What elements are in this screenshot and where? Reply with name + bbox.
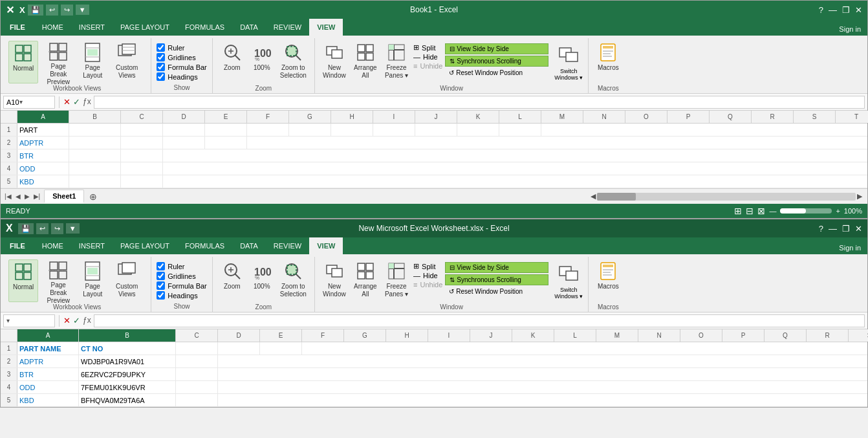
cell-C3-2[interactable] [176, 368, 218, 380]
cell-K1-1[interactable] [457, 124, 499, 136]
cell-C1-1[interactable] [121, 124, 163, 136]
sheet-nav-next-1[interactable]: ▶ [23, 192, 31, 201]
cell-E1-2[interactable] [260, 342, 302, 355]
gridlines-checkbox-1[interactable]: Gridlines [157, 53, 207, 61]
zoom-100-btn-2[interactable]: 100 % 100% [248, 259, 276, 302]
hide-item-1[interactable]: — Hide [413, 53, 442, 61]
signin-1[interactable]: Sign in [832, 23, 867, 36]
formula-bar-checkbox-1[interactable]: Formula Bar [157, 63, 207, 71]
cell-H1-1[interactable] [331, 124, 373, 136]
custom-views-btn-1[interactable]: Custom Views [108, 41, 146, 83]
tab-data-1[interactable]: DATA [232, 19, 266, 36]
ruler-checkbox-1[interactable]: Ruler [157, 43, 207, 52]
view-side-by-side-btn-2[interactable]: ⊟ View Side by Side [445, 262, 548, 273]
custom-views-btn-2[interactable]: Custom Views [108, 259, 146, 302]
cell-ref-box-2[interactable]: ▾ [3, 314, 55, 327]
cell-C4-2[interactable] [176, 381, 218, 393]
formula-bar-checkbox-2[interactable]: Formula Bar [157, 281, 207, 290]
unhide-item-2[interactable]: ≡ Unhide [413, 281, 442, 289]
formula-cancel-icon[interactable]: ✕ [63, 97, 71, 107]
zoom-slider-1[interactable] [780, 208, 832, 214]
tab-home-1[interactable]: HOME [34, 19, 71, 36]
cell-D1-2[interactable] [218, 342, 260, 355]
normal-view-btn-2[interactable]: Normal [8, 259, 38, 302]
tab-formulas-2[interactable]: FORMULAS [177, 237, 232, 254]
reset-win-btn-2[interactable]: ↺ Reset Window Position [445, 287, 548, 296]
cell-C5-2[interactable] [176, 394, 218, 406]
cell-A4-1[interactable]: ODD [17, 162, 69, 175]
sheet-scroll-thumb-1[interactable] [597, 193, 636, 201]
cell-A3-1[interactable]: BTR [17, 149, 69, 162]
sheet-nav-last-1[interactable]: ▶| [32, 192, 42, 201]
customize-qa-btn[interactable]: ▼ [76, 5, 89, 15]
tab-review-1[interactable]: REVIEW [266, 19, 309, 36]
cell-J1-1[interactable] [415, 124, 457, 136]
cell-I1-1[interactable] [373, 124, 415, 136]
tab-home-2[interactable]: HOME [34, 237, 71, 254]
col-header-L-2[interactable]: L [554, 329, 596, 342]
minimize-btn-1[interactable]: — [829, 5, 837, 15]
col-header-F-2[interactable]: F [302, 329, 344, 342]
col-header-M-2[interactable]: M [596, 329, 638, 342]
page-layout-btn-2[interactable]: PageLayout [78, 259, 107, 302]
cell-ref-dropdown-2[interactable]: ▾ [6, 317, 10, 324]
tab-view-2[interactable]: VIEW [309, 237, 343, 254]
col-header-P-1[interactable]: P [667, 111, 710, 123]
tab-page-layout-2[interactable]: PAGE LAYOUT [113, 237, 177, 254]
redo-btn[interactable]: ↪ [61, 5, 73, 16]
cell-C2-1[interactable] [121, 137, 163, 149]
hide-item-2[interactable]: — Hide [413, 272, 442, 279]
minimize-btn-2[interactable]: — [829, 224, 837, 234]
formula-insert-fn-icon-2[interactable]: ƒx [83, 316, 91, 325]
cell-ref-dropdown-1[interactable]: ▾ [19, 98, 23, 105]
restore-btn-1[interactable]: ❐ [842, 5, 850, 15]
col-header-H-1[interactable]: H [331, 111, 373, 123]
col-header-G-1[interactable]: G [289, 111, 331, 123]
cell-ref-box-1[interactable]: A10 ▾ [3, 96, 55, 109]
gridlines-checkbox-2[interactable]: Gridlines [157, 272, 207, 280]
customize-qa-btn-2[interactable]: ▼ [66, 223, 80, 234]
quick-save-btn-2[interactable]: 💾 [18, 223, 34, 234]
freeze-panes-btn-2[interactable]: FreezePanes ▾ [382, 259, 411, 302]
page-break-btn-1[interactable]: Page BreakPreview [39, 41, 77, 83]
col-header-B-2[interactable]: B [79, 329, 176, 342]
cell-B5-2[interactable]: BFHQVA0M29TA6A [79, 394, 176, 406]
formula-confirm-icon[interactable]: ✓ [73, 97, 80, 107]
ruler-checkbox-2[interactable]: Ruler [157, 262, 207, 270]
col-header-B-1[interactable]: B [69, 111, 121, 123]
undo-btn-2[interactable]: ↩ [36, 223, 49, 234]
cell-C2-2[interactable] [176, 355, 218, 367]
cell-A1-2[interactable]: PART NAME [17, 342, 79, 355]
close-btn-1[interactable]: ✕ [855, 5, 862, 15]
col-header-R-2[interactable]: R [807, 329, 849, 342]
help-btn-1[interactable]: ? [819, 5, 823, 15]
formula-cancel-icon-2[interactable]: ✕ [63, 316, 71, 325]
page-break-btn-2[interactable]: Page BreakPreview [39, 259, 77, 302]
col-header-I-1[interactable]: I [373, 111, 415, 123]
zoom-btn-1[interactable]: Zoom [218, 41, 246, 83]
cell-B2-2[interactable]: WDJBP0A1R9VA01 [79, 355, 176, 367]
cell-A5-2[interactable]: KBD [17, 394, 79, 406]
cell-B3-1[interactable] [69, 149, 121, 162]
col-header-N-2[interactable]: N [638, 329, 680, 342]
cell-D2-1[interactable] [163, 137, 205, 149]
formula-insert-fn-icon[interactable]: ƒx [83, 97, 91, 107]
new-window-btn-1[interactable]: NewWindow [320, 41, 349, 83]
split-item-1[interactable]: ⊞ Split [413, 43, 442, 52]
headings-checkbox-1[interactable]: Headings [157, 72, 207, 81]
cell-A4-2[interactable]: ODD [17, 381, 79, 393]
cell-A3-2[interactable]: BTR [17, 368, 79, 380]
col-header-C-2[interactable]: C [176, 329, 218, 342]
cell-B5-1[interactable] [69, 175, 121, 188]
col-header-O-1[interactable]: O [625, 111, 667, 123]
zoom-in-btn-1[interactable]: + [836, 207, 840, 215]
cell-D1-1[interactable] [163, 124, 205, 136]
page-layout-btn-1[interactable]: PageLayout [78, 41, 107, 83]
cell-E2-1[interactable] [205, 137, 247, 149]
formula-confirm-icon-2[interactable]: ✓ [73, 316, 80, 325]
view-break-icon-1[interactable]: ⊠ [757, 206, 765, 216]
undo-btn[interactable]: ↩ [46, 5, 58, 16]
col-header-R-1[interactable]: R [752, 111, 794, 123]
arrange-all-btn-2[interactable]: ArrangeAll [351, 259, 380, 302]
cell-E1-1[interactable] [205, 124, 247, 136]
